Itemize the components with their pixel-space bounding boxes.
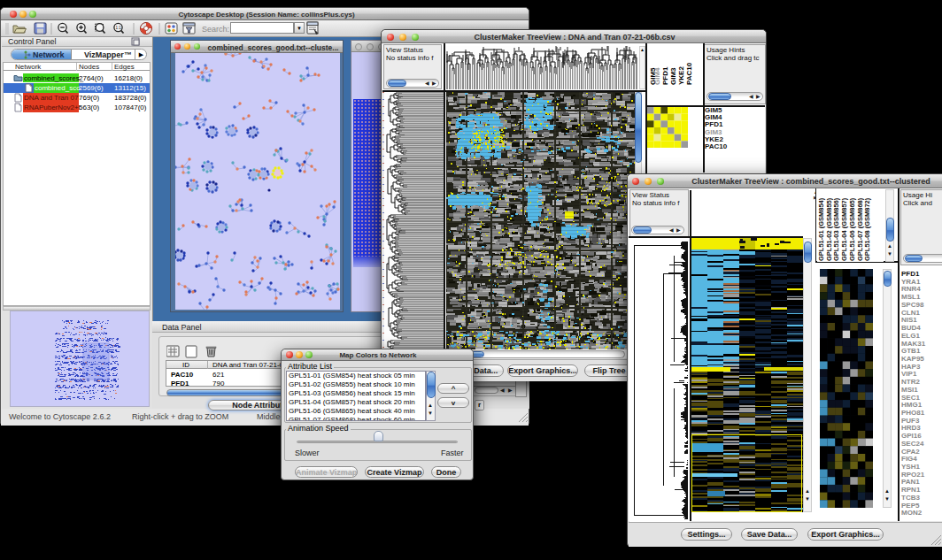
svg-text:1:1: 1:1: [116, 26, 122, 30]
svg-text:Search:: Search:: [202, 25, 229, 34]
